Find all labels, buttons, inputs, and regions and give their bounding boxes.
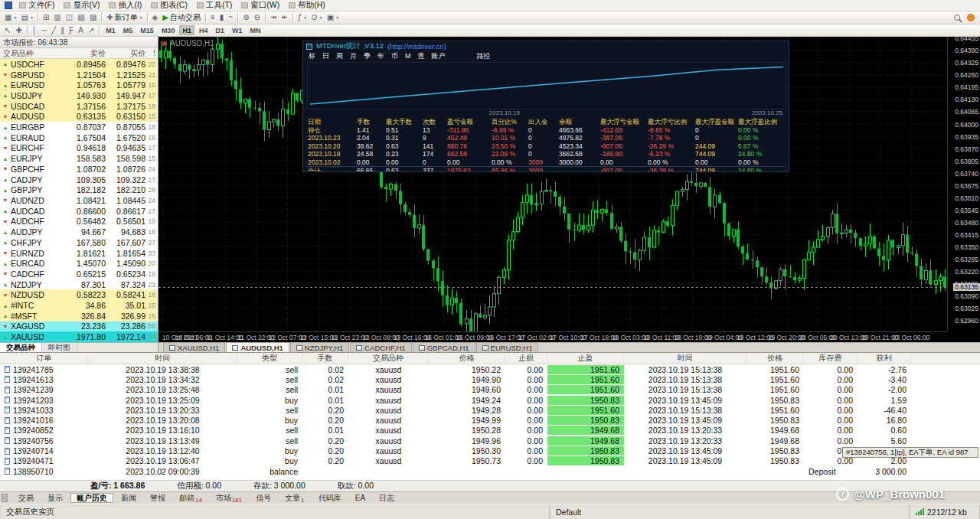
- terminal-tab-ea[interactable]: EA: [349, 493, 371, 503]
- history-column-header[interactable]: 价格: [746, 353, 804, 364]
- metaeditor-button[interactable]: ◈: [150, 12, 161, 23]
- market-row-eurgbp[interactable]: ▲EURGBP0.870370.8705518: [0, 122, 158, 132]
- navigator-toggle[interactable]: ◫: [64, 12, 75, 23]
- market-row-eurnzd[interactable]: ▼EURNZD1.816211.8165433: [0, 248, 158, 259]
- history-column-header[interactable]: 获利: [858, 353, 911, 364]
- market-tab-tick-chart[interactable]: 即时图: [42, 343, 77, 352]
- period-d1[interactable]: D1: [212, 25, 228, 35]
- market-row-xauusd[interactable]: ▲XAUUSD1971.801972.1434: [0, 331, 158, 342]
- history-row[interactable]: 1392408522023.10.19 13:16:10sell0.01xauu…: [0, 426, 980, 436]
- indicators-button[interactable]: ƒ▾: [296, 12, 309, 23]
- market-row-eurusd[interactable]: ▲EURUSD1.057631.0577916: [0, 80, 158, 90]
- menu-insert[interactable]: 插入(I): [104, 0, 146, 11]
- market-row-eurcad[interactable]: ▲EURCAD1.450701.4509020: [0, 258, 158, 269]
- channel-tool[interactable]: ∥: [58, 25, 67, 36]
- menu-window[interactable]: 窗口(W): [237, 0, 284, 11]
- zoom-out-button[interactable]: ⊖: [252, 12, 263, 23]
- terminal-tab-邮箱[interactable]: 邮箱14: [173, 493, 208, 503]
- bars-chart-type-button[interactable]: ≡: [208, 12, 217, 23]
- history-row[interactable]: 1392417852023.10.19 13:38:38sell0.02xauu…: [0, 364, 980, 374]
- history-row[interactable]: 1389507102023.10.02 09:00:39balanceDepos…: [0, 466, 980, 476]
- terminal-tab-显示[interactable]: 显示: [41, 493, 69, 503]
- market-row-chfjpy[interactable]: ▲CHFJPY167.580167.60727: [0, 237, 158, 248]
- vertical-line-tool[interactable]: │: [30, 25, 39, 36]
- terminal-tab-新闻[interactable]: 新闻: [115, 493, 142, 503]
- mtdriver-menu-item-4[interactable]: 季: [364, 51, 371, 61]
- market-row-audcad[interactable]: ▲AUDCAD0.866000.8661717: [0, 206, 158, 217]
- periods-dropdown-button[interactable]: ⊙▾: [309, 12, 324, 23]
- period-mn[interactable]: MN: [247, 25, 264, 35]
- market-row-euraud[interactable]: ▲EURAUD1.675041.6752016: [0, 132, 158, 143]
- templates-button[interactable]: ▣▾: [325, 12, 341, 23]
- market-row-cadchf[interactable]: ▼CADCHF0.652150.6523419: [0, 269, 158, 279]
- history-row[interactable]: 1392412392023.10.19 13:25:48sell0.01xauu…: [0, 385, 980, 395]
- chart-tab-gbpcadh1[interactable]: GBPCAD,H1: [413, 342, 475, 352]
- chart-shift-button[interactable]: ↞: [279, 12, 289, 23]
- mtdriver-menu-item-8[interactable]: 查: [418, 51, 425, 61]
- history-row[interactable]: 1392410162023.10.19 13:20:08buy0.20xauus…: [0, 415, 980, 425]
- market-row-msft[interactable]: ▲#MSFT326.84326.9915: [0, 311, 158, 322]
- candles-chart-type-button[interactable]: ▮: [217, 12, 227, 23]
- history-row[interactable]: 1392416132023.10.19 13:34:32sell0.02xauu…: [0, 374, 980, 384]
- chart-area[interactable]: AUDUSD,H1 0.644550.643900.643250.642600.…: [158, 37, 980, 342]
- chart-tab-nzdjpyh1[interactable]: NZDJPY,H1: [290, 342, 350, 352]
- text-tool[interactable]: A: [76, 25, 86, 36]
- market-row-usdcad[interactable]: ▼USDCAD1.371561.3717519: [0, 101, 158, 112]
- chart-tab-audusdh1[interactable]: AUDUSD,H1: [226, 342, 289, 352]
- market-row-xagusd[interactable]: ▼XAGUSD23.23623.28650: [0, 322, 158, 332]
- history-column-header[interactable]: 时间: [88, 353, 237, 364]
- mtdriver-path-button[interactable]: 路径: [477, 51, 491, 61]
- autotrading-button[interactable]: ▶自动交易: [160, 12, 203, 23]
- market-row-intc[interactable]: ▲#INTC34.8635.0115: [0, 300, 158, 311]
- period-m1[interactable]: M1: [103, 25, 119, 35]
- profiles-button[interactable]: ▤▾: [18, 12, 34, 23]
- history-column-header[interactable]: 时间: [624, 353, 746, 364]
- terminal-tab-信号[interactable]: 信号: [250, 493, 277, 503]
- market-tab-symbols[interactable]: 交易品种: [0, 343, 42, 352]
- history-column-header[interactable]: 交易品种: [348, 353, 429, 364]
- status-profile[interactable]: Default: [550, 504, 910, 519]
- history-column-header[interactable]: 价格: [429, 353, 505, 364]
- market-watch-toggle[interactable]: ⊞: [41, 12, 51, 23]
- column-ask[interactable]: 买价: [106, 48, 145, 59]
- market-row-gbpjpy[interactable]: ▲GBPJPY182.182182.21028: [0, 184, 158, 195]
- period-m30[interactable]: M30: [158, 25, 178, 35]
- market-row-nzdusd[interactable]: ▼NZDUSD0.582230.5824118: [0, 289, 158, 300]
- terminal-tab-交易[interactable]: 交易: [12, 493, 40, 503]
- market-row-nzdjpy[interactable]: ▲NZDJPY87.30187.32423: [0, 279, 158, 290]
- mtdriver-menu-item-2[interactable]: 周: [336, 51, 343, 61]
- mtdriver-menu-item-1[interactable]: 日: [322, 51, 329, 61]
- arrow-tool[interactable]: ↗: [86, 25, 96, 36]
- horizontal-line-tool[interactable]: ─: [39, 25, 49, 36]
- terminal-tab-账户历史[interactable]: 账户历史: [70, 493, 113, 503]
- mtdriver-menu-item-0[interactable]: 标: [309, 51, 315, 61]
- market-row-eurjpy[interactable]: ▲EURJPY158.583158.59815: [0, 153, 158, 164]
- terminal-tab-文章[interactable]: 文章1: [279, 493, 310, 503]
- menu-tools[interactable]: 工具(T): [192, 0, 237, 11]
- history-column-header[interactable]: 类型: [237, 353, 302, 364]
- column-symbol[interactable]: 交易品种: [0, 48, 61, 59]
- terminal-tab-日志[interactable]: 日志: [373, 493, 400, 503]
- chart-tab-xauusdh1[interactable]: XAUUSD,H1: [163, 342, 225, 352]
- trendline-tool[interactable]: ╱: [49, 25, 58, 36]
- mtdriver-menu-item-7[interactable]: M: [405, 52, 411, 60]
- market-row-usdjpy[interactable]: ▲USDJPY149.930149.94717: [0, 90, 158, 101]
- auto-scroll-button[interactable]: ↠: [268, 12, 279, 23]
- menu-help[interactable]: 帮助(H): [284, 0, 330, 11]
- chart-tab-eurusdh1[interactable]: EURUSD,H1: [476, 342, 539, 352]
- market-row-audjpy[interactable]: ▲AUDJPY94.66794.68316: [0, 227, 158, 237]
- market-row-audnzd[interactable]: ▼AUDNZD1.084211.0844524: [0, 195, 158, 206]
- notification-icon[interactable]: [967, 14, 975, 21]
- market-row-eurchf[interactable]: ▼EURCHF0.946180.9463517: [0, 143, 158, 154]
- menu-charts[interactable]: 图表(C): [146, 0, 192, 11]
- terminal-tab-警报[interactable]: 警报: [144, 493, 172, 503]
- zoom-in-button[interactable]: ⊕: [240, 12, 251, 23]
- column-bid[interactable]: 卖价: [61, 48, 106, 59]
- mtdriver-menu-item-9[interactable]: 账户: [432, 51, 446, 61]
- period-h1[interactable]: H1: [179, 25, 195, 35]
- period-m15[interactable]: M15: [137, 25, 158, 35]
- period-h4[interactable]: H4: [195, 25, 211, 35]
- history-row[interactable]: 1392412032023.10.19 13:25:09buy0.01xauus…: [0, 395, 980, 405]
- market-row-audusd[interactable]: ▼AUDUSD0.631350.6315015: [0, 112, 158, 122]
- fibonacci-tool[interactable]: Ƒ: [67, 25, 76, 36]
